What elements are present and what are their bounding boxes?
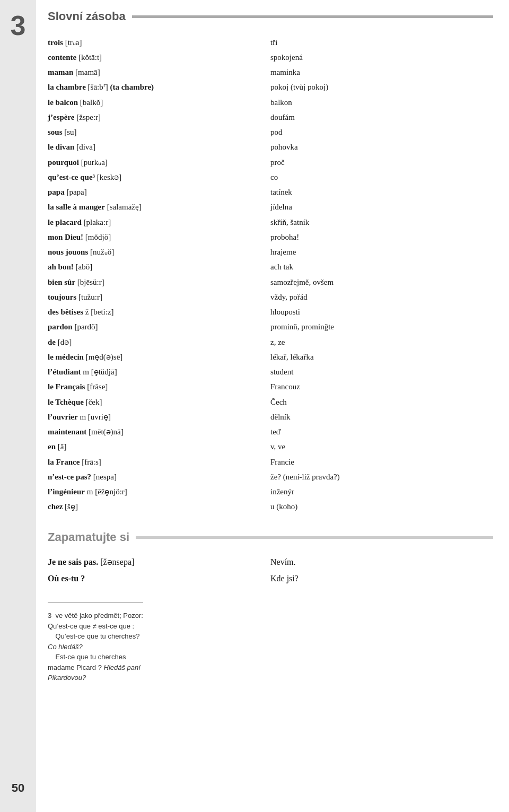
vocab-fr-entry: l’ingénieur m [ēžȩnjö:r] xyxy=(48,485,270,500)
vocab-fr-entry: le placard [plaka:r] xyxy=(48,215,270,230)
left-margin: 3 50 xyxy=(0,0,36,812)
vocab-fr-entry: ah bon! [abŏ] xyxy=(48,260,270,275)
vocab-fr-entry: de [də] xyxy=(48,335,270,350)
page-number: 50 xyxy=(12,781,24,795)
remember-title: Zapamatujte si xyxy=(48,530,129,544)
vocab-cz-entry: teď xyxy=(270,425,493,440)
vocab-fr-entry: le médecin [mȩd(ə)sē] xyxy=(48,350,270,364)
vocab-cz-entry: Čech xyxy=(270,395,493,409)
vocab-cz-entry: z, ze xyxy=(270,335,493,350)
vocab-fr-entry: mon Dieu! [mŏdjö] xyxy=(48,230,270,245)
vocab-fr-entry: maman [mamā] xyxy=(48,65,270,80)
vocab-fr-entry: papa [papa] xyxy=(48,185,270,200)
vocab-fr-entry: contente [kŏtā:t] xyxy=(48,50,270,65)
vocab-cz-entry: balkon xyxy=(270,95,493,110)
vocab-fr-entry: j’espère [žspe:r] xyxy=(48,110,270,125)
vocab-cz-entry: proboha! xyxy=(270,230,493,245)
remember-header: Zapamatujte si xyxy=(48,530,493,544)
vocab-cz-entry: skříň, šatník xyxy=(270,215,493,230)
vocab-fr-entry: n’est-ce pas? [nespa] xyxy=(48,469,270,484)
chapter-number: 3 xyxy=(11,10,26,41)
remember-cz-entry: Kde jsi? xyxy=(270,570,493,587)
vocab-cz-entry: Francie xyxy=(270,455,493,469)
vocab-fr-entry: le divan [divā] xyxy=(48,140,270,155)
vocab-fr-entry: maintenant [mēt(ə)nā] xyxy=(48,425,270,440)
vocab-cz-entry: hrajeme xyxy=(270,245,493,260)
remember-fr-entry: Où es-tu ? xyxy=(48,570,270,587)
vocab-fr-entry: pardon [pardŏ] xyxy=(48,320,270,335)
vocab-cz-entry: tatínek xyxy=(270,185,493,200)
footnote-text: 3 ve větě jako předmět; Pozor: Qu’est-ce… xyxy=(48,610,143,683)
vocab-cz-entry: u (koho) xyxy=(270,500,493,514)
vocab-cz-entry: prominň, prominğte xyxy=(270,320,493,335)
vocab-fr-entry: qu’est-ce que³ [keskə] xyxy=(48,170,270,185)
vocab-cz-entry: student xyxy=(270,365,493,380)
remember-line xyxy=(136,536,493,539)
section1-title: Slovní zásoba xyxy=(48,10,126,23)
vocab-fr-entry: sous [su] xyxy=(48,125,270,140)
vocab-cz-entry: pokoj (tvůj pokoj) xyxy=(270,80,493,95)
vocab-cz-entry: pohovka xyxy=(270,140,493,155)
vocab-cz-entry: doufám xyxy=(270,110,493,125)
vocab-fr-entry: la salle à manger [salamāžę] xyxy=(48,200,270,215)
vocab-fr-entry: pourquoi [purkᵤa] xyxy=(48,155,270,170)
vocab-grid: trois [trᵤa]třicontente [kŏtā:t]spokojen… xyxy=(48,35,493,514)
remember-grid: Je ne sais pas. [žənsepa]Nevím.Où es-tu … xyxy=(48,554,493,587)
vocab-fr-entry: toujours [tužu:r] xyxy=(48,290,270,304)
vocab-fr-entry: la France [frā:s] xyxy=(48,455,270,469)
vocab-cz-entry: vždy, pořád xyxy=(270,290,493,304)
vocab-cz-entry: proč xyxy=(270,155,493,170)
vocab-cz-entry: hlouposti xyxy=(270,305,493,320)
vocab-cz-entry: co xyxy=(270,170,493,185)
remember-cz-entry: Nevím. xyxy=(270,554,493,570)
section1-header: Slovní zásoba xyxy=(48,10,493,23)
vocab-fr-entry: des bêtises ž [beti:z] xyxy=(48,305,270,320)
vocab-fr-entry: nous jouons [nužᵤŏ] xyxy=(48,245,270,260)
vocab-fr-entry: le Français [frāse] xyxy=(48,380,270,395)
footnote-area: 3 ve větě jako předmět; Pozor: Qu’est-ce… xyxy=(48,603,143,683)
vocab-cz-entry: lékař, lékařka xyxy=(270,350,493,364)
vocab-cz-entry: že? (není-liž pravda?) xyxy=(270,469,493,484)
vocab-cz-entry: spokojená xyxy=(270,50,493,65)
vocab-cz-entry: ach tak xyxy=(270,260,493,275)
vocab-fr-entry: chez [šȩ] xyxy=(48,500,270,514)
vocab-fr-entry: l’ouvrier m [uvriȩ] xyxy=(48,409,270,424)
vocab-cz-entry: maminka xyxy=(270,65,493,80)
vocab-cz-entry: v, ve xyxy=(270,440,493,455)
vocab-cz-entry: Francouz xyxy=(270,380,493,395)
remember-section: Zapamatujte si Je ne sais pas. [žənsepa]… xyxy=(48,530,493,587)
vocab-fr-entry: le Tchèque [ček] xyxy=(48,395,270,409)
vocab-fr-entry: en [ā] xyxy=(48,440,270,455)
vocab-cz-entry: pod xyxy=(270,125,493,140)
vocab-fr-entry: la chambre [šā:bʳ] (ta chambre) xyxy=(48,80,270,95)
vocab-cz-entry: jídelna xyxy=(270,200,493,215)
vocab-cz-entry: tři xyxy=(270,35,493,50)
header-line xyxy=(132,15,493,18)
remember-fr-entry: Je ne sais pas. [žənsepa] xyxy=(48,554,270,570)
vocab-cz-entry: inženýr xyxy=(270,485,493,500)
main-content: Slovní zásoba trois [trᵤa]třicontente [k… xyxy=(36,0,509,812)
vocab-fr-entry: le balcon [balkŏ] xyxy=(48,95,270,110)
vocab-fr-entry: bien sûr [bjēsü:r] xyxy=(48,275,270,290)
vocab-fr-entry: l’étudiant m [ȩtüdjā] xyxy=(48,365,270,380)
vocab-cz-entry: samozřejmě, ovšem xyxy=(270,275,493,290)
vocab-fr-entry: trois [trᵤa] xyxy=(48,35,270,50)
vocab-cz-entry: dělník xyxy=(270,409,493,424)
